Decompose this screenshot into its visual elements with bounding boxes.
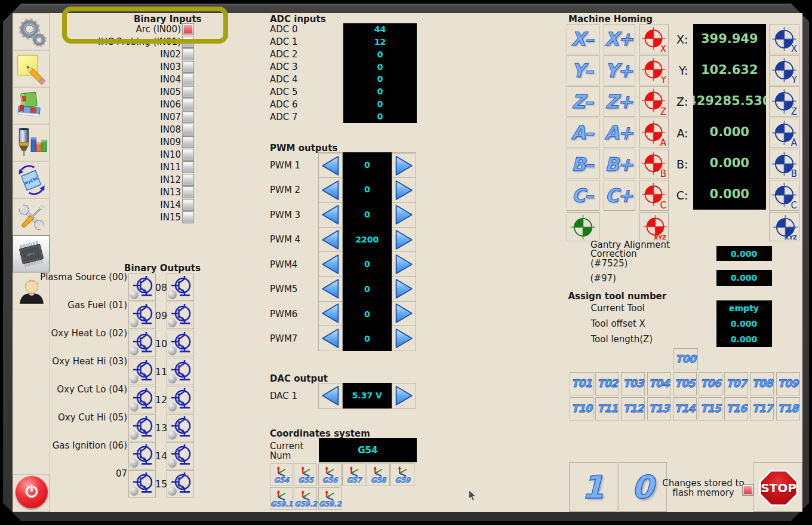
home-axis-button[interactable]: A	[639, 118, 669, 148]
sidebar-item-settings[interactable]	[13, 13, 50, 50]
datum-axis-button[interactable]: Y	[769, 55, 800, 85]
coord-system-button[interactable]: G58	[367, 463, 390, 487]
sidebar-item-program-edit[interactable]	[13, 50, 50, 87]
datum-axis-button[interactable]: Z	[769, 86, 800, 116]
sidebar-item-hardware[interactable]: 40C5	[13, 235, 50, 272]
tool-button[interactable]: T13	[647, 397, 671, 420]
tool-button[interactable]: T08	[750, 372, 774, 395]
jog-minus-button[interactable]: Z–	[567, 86, 599, 116]
jog-minus-button[interactable]: B–	[567, 149, 599, 179]
binary-output-button-a[interactable]	[128, 274, 156, 301]
tool-button[interactable]: T03	[621, 372, 645, 395]
binary-output-button-a[interactable]	[128, 330, 156, 357]
datum-axis-button[interactable]: X	[769, 24, 800, 54]
tool-button[interactable]: T06	[699, 372, 722, 395]
jog-minus-button[interactable]: C–	[567, 180, 599, 210]
binary-output-button-b[interactable]	[167, 330, 194, 357]
jog-plus-button[interactable]: Y+	[604, 55, 636, 85]
home-axis-button[interactable]: B	[639, 149, 669, 179]
pwm-decrement-button[interactable]	[319, 326, 342, 350]
pwm-decrement-button[interactable]	[319, 276, 342, 300]
pwm-increment-button[interactable]	[392, 276, 416, 300]
jog-minus-button[interactable]: X–	[567, 24, 599, 54]
binary-output-button-b[interactable]	[167, 274, 194, 301]
datum-axis-button[interactable]: A	[769, 118, 800, 148]
dac-decrement-button[interactable]	[319, 383, 342, 408]
pwm-decrement-button[interactable]	[319, 251, 342, 276]
tool-button-t00[interactable]: T00	[673, 348, 698, 370]
tool-button[interactable]: T15	[699, 397, 722, 420]
tool-button[interactable]: T02	[595, 372, 619, 395]
tool-button[interactable]: T11	[595, 397, 619, 420]
binary-output-button-a[interactable]	[128, 442, 156, 469]
datum-axis-button[interactable]: B	[769, 149, 800, 179]
button-one[interactable]: 1	[569, 462, 617, 512]
coord-system-button[interactable]: G59.2	[318, 487, 342, 511]
tool-button[interactable]: T07	[724, 372, 748, 395]
home-axis-button[interactable]: Z	[639, 86, 669, 116]
sidebar-item-service[interactable]	[13, 198, 50, 235]
sidebar-item-tools-stats[interactable]	[13, 124, 50, 161]
pwm-decrement-button[interactable]	[319, 177, 342, 202]
coord-system-button[interactable]: G55	[294, 463, 317, 487]
coord-system-button[interactable]: G59.1	[270, 487, 293, 511]
dac-increment[interactable]	[392, 383, 416, 409]
coord-system-button[interactable]: G59	[390, 463, 414, 487]
jog-plus-button[interactable]: C+	[604, 180, 636, 210]
pwm-increment-button[interactable]	[392, 301, 416, 326]
coord-system-button[interactable]: G56	[318, 463, 342, 487]
button-zero[interactable]: 0	[619, 462, 667, 512]
dac-decrement[interactable]	[318, 383, 343, 409]
jog-plus-button[interactable]: X+	[604, 24, 636, 54]
binary-output-button-a[interactable]	[128, 414, 156, 441]
home-axis-button[interactable]: C	[639, 180, 669, 210]
tool-button[interactable]: T05	[673, 372, 697, 395]
binary-output-button-a[interactable]	[128, 302, 156, 329]
pwm-increment-button[interactable]	[392, 202, 416, 227]
tool-button[interactable]: T17	[750, 397, 774, 420]
pwm-increment-button[interactable]	[392, 227, 416, 251]
stop-button[interactable]: STOP	[759, 470, 798, 506]
sidebar-item-library[interactable]	[13, 87, 50, 124]
sidebar-item-mycnc[interactable]: myCNC	[13, 161, 50, 198]
pwm-decrement-button[interactable]	[319, 202, 342, 227]
binary-output-button-b[interactable]	[167, 302, 194, 329]
tool-button[interactable]: T01	[570, 372, 593, 395]
tool-button[interactable]: T18	[776, 397, 800, 420]
jog-minus-button[interactable]: A–	[567, 118, 599, 148]
home-axis-button[interactable]: Y	[639, 55, 669, 85]
coord-system-button[interactable]: G54	[270, 463, 293, 487]
tool-button[interactable]: T12	[621, 397, 645, 420]
pwm-increment-button[interactable]	[392, 251, 416, 276]
datum-xyz-button[interactable]: XYZ	[769, 212, 800, 241]
pwm-increment-button[interactable]	[392, 153, 416, 177]
pwm-decrement-button[interactable]	[319, 153, 342, 177]
binary-output-button-b[interactable]	[167, 414, 194, 441]
dac-increment-button[interactable]	[392, 383, 416, 408]
jog-minus-button[interactable]: Y–	[567, 55, 599, 85]
pwm-increment-button[interactable]	[392, 177, 416, 202]
tool-button[interactable]: T16	[724, 397, 748, 420]
coord-system-button[interactable]: G59.2	[294, 487, 317, 511]
tool-button[interactable]: T14	[673, 397, 697, 420]
home-xyz-button[interactable]: XYZ	[639, 212, 669, 241]
binary-output-button-b[interactable]	[167, 386, 194, 413]
datum-green-button[interactable]	[567, 212, 599, 241]
pwm-decrement-button[interactable]	[319, 227, 342, 251]
tool-button[interactable]: T10	[570, 397, 593, 420]
binary-output-button-b[interactable]	[167, 470, 194, 498]
tool-button[interactable]: T04	[647, 372, 671, 395]
pwm-decrement-button[interactable]	[319, 301, 342, 326]
jog-plus-button[interactable]: A+	[604, 118, 636, 148]
tool-button[interactable]: T09	[776, 372, 800, 395]
jog-plus-button[interactable]: Z+	[604, 86, 636, 116]
binary-output-button-a[interactable]	[128, 386, 156, 413]
pwm-increment-button[interactable]	[392, 326, 416, 350]
datum-axis-button[interactable]: C	[769, 180, 800, 210]
binary-output-button-a[interactable]	[128, 470, 156, 498]
jog-plus-button[interactable]: B+	[604, 149, 636, 179]
binary-output-button-a[interactable]	[128, 358, 156, 385]
binary-output-button-b[interactable]	[167, 442, 194, 469]
coord-system-button[interactable]: G57	[342, 463, 365, 487]
home-axis-button[interactable]: X	[639, 24, 669, 54]
